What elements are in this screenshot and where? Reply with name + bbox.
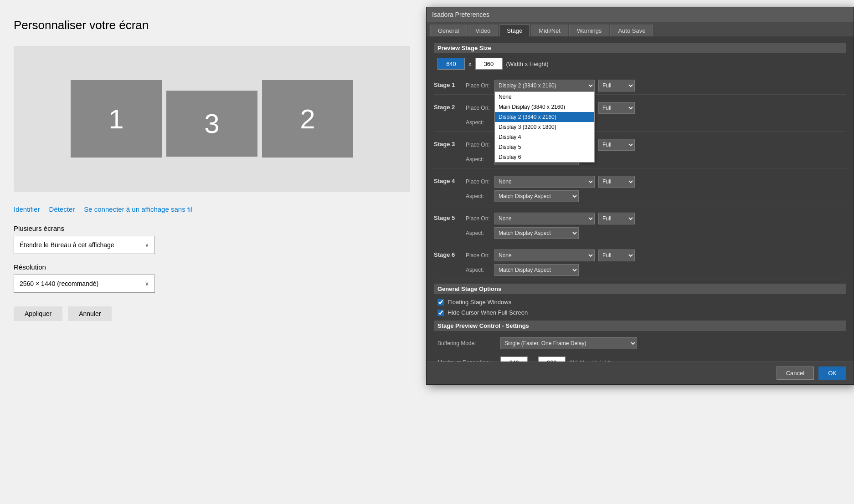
display-links: Identifier Détecter Se connecter à un af… xyxy=(14,205,412,213)
monitor-1-label: 1 xyxy=(108,103,123,135)
stage-6-row: Stage 6 Place On: None Full Aspect: Matc… xyxy=(434,247,846,279)
stage-4-row: Stage 4 Place On: None Full Aspect: Matc… xyxy=(434,173,846,205)
preview-height-input[interactable] xyxy=(475,58,503,70)
stage-1-place-on-select[interactable]: Display 2 (3840 x 2160) xyxy=(494,80,595,92)
stage-3-size-select[interactable]: Full xyxy=(598,139,635,151)
monitors-area: 1 3 2 xyxy=(14,46,410,192)
buffering-mode-row: Buffering Mode: Single (Faster, One Fram… xyxy=(434,336,846,351)
monitor-2-label: 2 xyxy=(300,103,315,135)
stage-5-place-line: Place On: None Full xyxy=(466,213,846,224)
stage-4-place-line: Place On: None Full xyxy=(466,176,846,188)
stage-1-option-display3[interactable]: Display 3 (3200 x 1800) xyxy=(495,122,594,132)
stage-6-controls: Place On: None Full Aspect: Match Displa… xyxy=(466,249,846,276)
cancel-display-button[interactable]: Annuler xyxy=(68,306,112,321)
stage-4-place-on-select[interactable]: None xyxy=(494,176,595,188)
display-title: Personnaliser votre écran xyxy=(14,18,412,32)
stage-1-option-display6[interactable]: Display 6 xyxy=(495,152,594,162)
stage-2-aspect-label: Aspect: xyxy=(466,119,491,126)
display-settings-panel: Personnaliser votre écran 1 3 2 Identifi… xyxy=(0,0,426,504)
wireless-link[interactable]: Se connecter à un affichage sans fil xyxy=(84,205,192,213)
identify-link[interactable]: Identifier xyxy=(14,205,40,213)
hide-cursor-row: Hide Cursor When Full Screen xyxy=(434,309,846,316)
isadora-prefs-window: Isadora Preferences General Video Stage … xyxy=(426,7,854,385)
buffering-mode-label: Buffering Mode: xyxy=(437,340,497,346)
stage-6-aspect-select[interactable]: Match Display Aspect xyxy=(494,264,579,276)
stage-1-option-main[interactable]: Main Display (3840 x 2160) xyxy=(495,102,594,112)
monitor-2[interactable]: 2 xyxy=(262,80,353,158)
stage-4-aspect-label: Aspect: xyxy=(466,193,491,199)
stage-1-option-display5[interactable]: Display 5 xyxy=(495,142,594,152)
monitor-3[interactable]: 3 xyxy=(166,91,257,157)
preview-width-input[interactable] xyxy=(437,58,465,70)
stage-6-place-line: Place On: None Full xyxy=(466,249,846,261)
resolution-chevron-icon: ∨ xyxy=(145,280,149,287)
stage-1-row: Stage 1 Place On: Display 2 (3840 x 2160… xyxy=(434,77,846,95)
stage-1-place-line: Place On: Display 2 (3840 x 2160) None M… xyxy=(466,80,846,92)
preview-stage-size-header: Preview Stage Size xyxy=(434,43,846,53)
stage-5-place-on-select[interactable]: None xyxy=(494,213,595,224)
prefs-ok-button[interactable]: OK xyxy=(818,367,846,380)
general-stage-options-header: General Stage Options xyxy=(434,284,846,294)
stage-5-size-select[interactable]: Full xyxy=(598,213,635,224)
tab-video[interactable]: Video xyxy=(468,25,498,36)
prefs-body: Preview Stage Size x (Width x Height) St… xyxy=(427,36,854,361)
stage-6-size-select[interactable]: Full xyxy=(598,249,635,261)
hide-cursor-label: Hide Cursor When Full Screen xyxy=(448,309,528,316)
max-height-input[interactable] xyxy=(538,356,566,361)
stage-5-label: Stage 5 xyxy=(434,213,466,221)
stage-5-aspect-select[interactable]: Match Display Aspect xyxy=(494,227,579,239)
multiple-screens-chevron-icon: ∨ xyxy=(145,242,149,248)
detect-link[interactable]: Détecter xyxy=(49,205,75,213)
max-width-input[interactable] xyxy=(500,356,528,361)
stage-1-dropdown-open: None Main Display (3840 x 2160) Display … xyxy=(494,92,595,163)
tab-general[interactable]: General xyxy=(430,25,467,36)
stage-5-row: Stage 5 Place On: None Full Aspect: Matc… xyxy=(434,210,846,242)
monitor-1[interactable]: 1 xyxy=(71,80,162,158)
resolution-dropdown[interactable]: 2560 × 1440 (recommandé) ∨ xyxy=(14,275,155,293)
stage-5-controls: Place On: None Full Aspect: Match Displa… xyxy=(466,213,846,239)
stage-2-size-select[interactable]: Full xyxy=(598,102,635,114)
prefs-footer: Cancel OK xyxy=(427,361,854,384)
apply-button[interactable]: Appliquer xyxy=(14,306,62,321)
buffering-mode-select[interactable]: Single (Faster, One Frame Delay) xyxy=(500,337,637,349)
stage-2-label: Stage 2 xyxy=(434,102,466,111)
max-resolution-row: Maximum Resolution: x (Width x Height) xyxy=(434,355,846,361)
tab-stage[interactable]: Stage xyxy=(499,25,530,36)
stage-4-place-label: Place On: xyxy=(466,178,491,185)
stage-1-option-none[interactable]: None xyxy=(495,92,594,102)
stage-1-option-display4[interactable]: Display 4 xyxy=(495,132,594,142)
stage-4-label: Stage 4 xyxy=(434,176,466,184)
multiple-screens-dropdown[interactable]: Étendre le Bureau à cet affichage ∨ xyxy=(14,236,155,254)
stage-6-label: Stage 6 xyxy=(434,249,466,258)
prefs-titlebar: Isadora Preferences xyxy=(427,7,854,22)
tab-autosave[interactable]: Auto Save xyxy=(610,25,653,36)
floating-stage-row: Floating Stage Windows xyxy=(434,299,846,305)
tab-warnings[interactable]: Warnings xyxy=(569,25,609,36)
floating-stage-label: Floating Stage Windows xyxy=(448,299,511,305)
stage-4-aspect-select[interactable]: Match Display Aspect xyxy=(494,190,579,202)
display-buttons: Appliquer Annuler xyxy=(14,306,412,321)
prefs-title: Isadora Preferences xyxy=(432,11,489,18)
resolution-value: 2560 × 1440 (recommandé) xyxy=(20,280,98,287)
stage-1-option-display2[interactable]: Display 2 (3840 x 2160) xyxy=(495,112,594,122)
stage-1-label: Stage 1 xyxy=(434,80,466,88)
stage-4-aspect-line: Aspect: Match Display Aspect xyxy=(466,190,846,202)
stage-1-place-dropdown-container: Display 2 (3840 x 2160) None Main Displa… xyxy=(494,80,595,92)
multiple-screens-label: Plusieurs écrans xyxy=(14,224,412,232)
stage-6-place-label: Place On: xyxy=(466,252,491,259)
floating-stage-checkbox[interactable] xyxy=(437,299,444,305)
stage-1-size-select[interactable]: Full xyxy=(598,80,635,92)
stage-6-place-on-select[interactable]: None xyxy=(494,249,595,261)
prefs-tabs: General Video Stage Midi/Net Warnings Au… xyxy=(427,22,854,36)
tab-midinet[interactable]: Midi/Net xyxy=(531,25,568,36)
stage-1-place-label: Place On: xyxy=(466,82,491,89)
preview-size-x: x xyxy=(468,61,472,67)
stage-5-place-label: Place On: xyxy=(466,215,491,222)
prefs-cancel-button[interactable]: Cancel xyxy=(777,367,814,380)
preview-size-row: x (Width x Height) xyxy=(434,58,846,70)
hide-cursor-checkbox[interactable] xyxy=(437,310,444,316)
stage-3-aspect-label: Aspect: xyxy=(466,156,491,163)
stage-5-aspect-label: Aspect: xyxy=(466,230,491,236)
stage-6-aspect-label: Aspect: xyxy=(466,267,491,273)
stage-4-size-select[interactable]: Full xyxy=(598,176,635,188)
